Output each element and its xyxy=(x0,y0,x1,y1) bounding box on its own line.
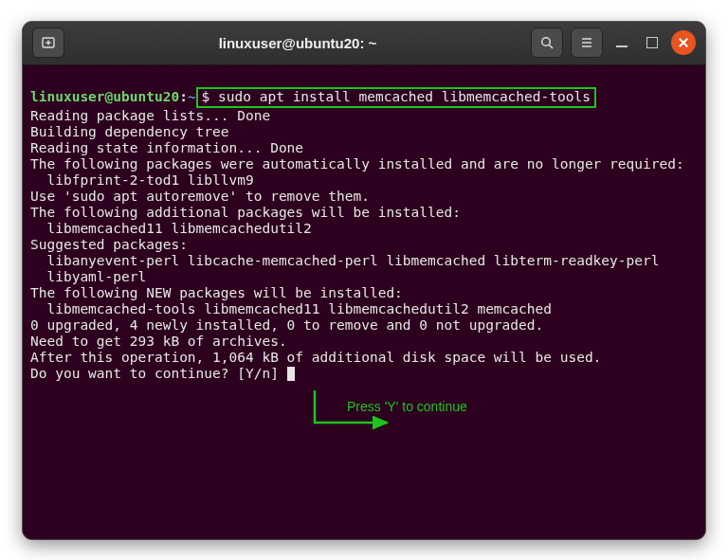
output-line: libmemcached11 libmemcachedutil2 xyxy=(30,221,312,236)
terminal-window: linuxuser@ubuntu20: ~ linuxuser@ubuntu20… xyxy=(23,22,705,539)
output-line: 0 upgraded, 4 newly installed, 0 to remo… xyxy=(30,317,543,333)
output-line: Suggested packages: xyxy=(30,237,188,252)
annotation-arrow: Press 'Y' to continue xyxy=(260,374,394,472)
prompt-separator: : xyxy=(179,89,188,104)
output-line: Building dependency tree xyxy=(30,124,229,139)
output-line: libanyevent-perl libcache-memcached-perl… xyxy=(30,253,659,268)
prompt-user-host: linuxuser@ubuntu20 xyxy=(30,89,179,104)
prompt-path: ~ xyxy=(188,89,196,104)
window-title: linuxuser@ubuntu20: ~ xyxy=(64,35,531,51)
output-line: Need to get 293 kB of archives. xyxy=(30,334,287,349)
output-line: After this operation, 1,064 kB of additi… xyxy=(30,350,601,365)
output-line: Reading package lists... Done xyxy=(30,108,270,123)
command-text: $ sudo apt install memcached libmemcache… xyxy=(202,89,591,104)
terminal-body[interactable]: linuxuser@ubuntu20:~$ sudo apt install m… xyxy=(23,65,705,539)
output-line: libmemcached-tools libmemcached11 libmem… xyxy=(30,301,552,316)
output-line: The following NEW packages will be insta… xyxy=(30,285,403,300)
annotation-label: Press 'Y' to continue xyxy=(347,399,467,415)
output-line: libyaml-perl xyxy=(30,269,146,284)
output-line: The following packages were automaticall… xyxy=(30,156,684,172)
output-line: The following additional packages will b… xyxy=(30,205,461,220)
output-line: libfprint-2-tod1 libllvm9 xyxy=(30,172,254,188)
cursor xyxy=(287,367,295,381)
search-button[interactable] xyxy=(531,27,563,58)
search-icon xyxy=(539,35,555,50)
command-highlight-box: $ sudo apt install memcached libmemcache… xyxy=(196,87,596,108)
output-line: Reading state information... Done xyxy=(30,140,303,155)
output-line: Use 'sudo apt autoremove' to remove them… xyxy=(30,189,370,204)
titlebar: linuxuser@ubuntu20: ~ xyxy=(23,22,705,65)
hamburger-icon xyxy=(579,35,594,50)
svg-line-4 xyxy=(549,45,553,48)
minimize-button[interactable] xyxy=(610,31,633,54)
new-tab-icon xyxy=(41,35,56,50)
close-button[interactable] xyxy=(671,30,696,55)
output-line: Do you want to continue? [Y/n] xyxy=(30,366,287,381)
arrow-icon xyxy=(309,390,394,436)
new-tab-button[interactable] xyxy=(32,27,64,58)
svg-point-3 xyxy=(542,38,551,46)
menu-button[interactable] xyxy=(571,27,603,58)
maximize-button[interactable] xyxy=(641,31,664,54)
